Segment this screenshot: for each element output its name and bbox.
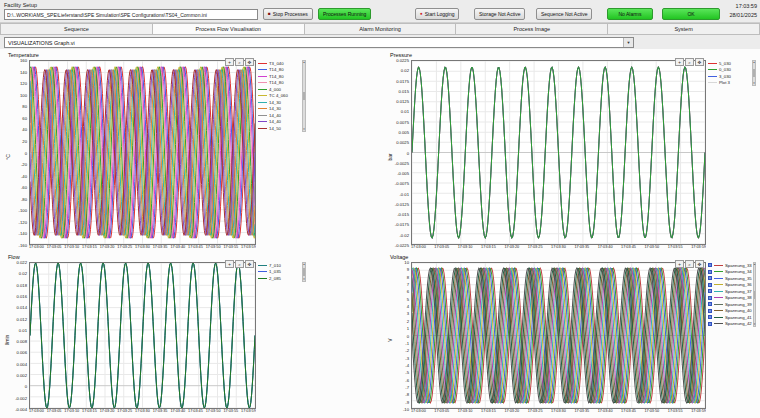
legend-item[interactable]: 14_50 xyxy=(258,125,301,132)
x-tick-label: 17:03:35 xyxy=(574,409,589,413)
plot-area[interactable] xyxy=(29,60,256,245)
visualization-dropdown[interactable]: VISUALIZATIONS Graph.vi ▼ xyxy=(4,37,634,48)
scroll-up-icon[interactable]: ▴ xyxy=(754,263,756,266)
y-tick-label: 0.0025 xyxy=(396,140,409,145)
config-path-input[interactable] xyxy=(4,9,258,20)
y-tick-label: -20 xyxy=(21,162,27,167)
scroll-thumb[interactable] xyxy=(753,69,755,77)
ok-label: OK xyxy=(687,11,694,17)
legend-scrollbar[interactable]: ▴▾ xyxy=(753,262,757,327)
scroll-down-icon[interactable]: ▾ xyxy=(754,323,756,326)
hand-icon[interactable]: ✥ xyxy=(245,260,254,268)
processes-running-indicator[interactable]: Processes Running xyxy=(318,8,371,20)
y-axis-unit-label: bar xyxy=(387,153,393,160)
plot-area[interactable] xyxy=(29,262,256,409)
legend-label: T14_80 xyxy=(269,67,284,72)
hand-icon[interactable]: ✥ xyxy=(695,58,704,66)
y-tick-label: -10 xyxy=(403,407,409,412)
legend-item[interactable]: Plot 3 xyxy=(708,80,751,87)
legend-checkbox[interactable] xyxy=(708,315,712,319)
crosshair-icon[interactable]: + xyxy=(225,260,234,268)
no-alarms-label: No Alarms xyxy=(618,11,641,17)
legend-label: 14_40 xyxy=(269,119,281,124)
visualization-selector-row: VISUALIZATIONS Graph.vi ▼ xyxy=(0,35,760,49)
plot-region: 17:03:0017:03:0517:03:1017:03:1517:03:20… xyxy=(29,262,256,418)
legend-checkbox[interactable] xyxy=(708,309,712,313)
zoom-icon[interactable]: ⌕ xyxy=(235,58,244,66)
x-tick-label: 17:03:35 xyxy=(574,245,589,249)
legend-checkbox[interactable] xyxy=(708,270,712,274)
zoom-icon[interactable]: ⌕ xyxy=(685,260,694,268)
legend-label: Spannung_39 xyxy=(725,302,752,307)
y-tick-label: -3 xyxy=(405,355,409,360)
plot-region: 17:03:0017:03:0517:03:1017:03:1517:03:20… xyxy=(29,60,256,254)
y-tick-label: -0.0125 xyxy=(395,201,409,206)
legend-item[interactable]: 2_085 xyxy=(258,275,301,282)
y-tick-label: 0.016 xyxy=(17,293,27,298)
tab-alarm-monitoring[interactable]: Alarm Monitoring xyxy=(305,23,457,35)
no-alarms-indicator[interactable]: No Alarms xyxy=(607,8,653,20)
storage-status-button[interactable]: Storage Not Active xyxy=(474,8,525,20)
scroll-down-icon[interactable]: ▾ xyxy=(753,82,755,85)
scroll-up-icon[interactable]: ▴ xyxy=(303,61,305,64)
legend-swatch xyxy=(258,115,267,116)
tab-system-label: System xyxy=(674,26,692,32)
scroll-thumb[interactable] xyxy=(754,291,756,299)
scroll-thumb[interactable] xyxy=(303,268,305,276)
y-tick-label: -0.0075 xyxy=(395,181,409,186)
stop-processes-button[interactable]: ■ Stop Processes xyxy=(263,8,313,20)
legend-swatch xyxy=(714,323,723,324)
legend-item[interactable]: Spannung_42 xyxy=(708,321,752,328)
x-tick-label: 17:03:15 xyxy=(82,245,97,249)
y-tick-label: 9 xyxy=(407,267,409,272)
legend-checkbox[interactable] xyxy=(708,283,712,287)
x-tick-label: 17:03:40 xyxy=(170,409,185,413)
scroll-up-icon[interactable]: ▴ xyxy=(303,263,305,266)
y-tick-label: 40 xyxy=(22,127,27,132)
legend: T3_040T14_80T14_80T14_804_000TC 4_06014_… xyxy=(258,60,301,132)
tab-sequence[interactable]: Sequence xyxy=(0,23,153,35)
legend-checkbox[interactable] xyxy=(708,296,712,300)
x-tick-label: 17:03:10 xyxy=(458,409,473,413)
legend-scrollbar[interactable]: ▴▾ xyxy=(302,262,306,282)
y-axis: 0.0220.020.0180.0160.0140.0120.010.0080.… xyxy=(11,262,29,409)
x-axis: 17:03:0017:03:0517:03:1017:03:1517:03:20… xyxy=(411,409,706,418)
legend-label: T3_040 xyxy=(269,61,284,66)
sequence-status-button[interactable]: Sequence Not Active xyxy=(536,8,592,20)
x-tick-label: 17:03:20 xyxy=(100,409,115,413)
x-tick-label: 17:03:40 xyxy=(598,245,613,249)
plot-area[interactable] xyxy=(411,60,706,245)
legend-checkbox[interactable] xyxy=(708,289,712,293)
legend-checkbox[interactable] xyxy=(708,302,712,306)
legend-scrollbar[interactable]: ▴▾ xyxy=(302,60,306,132)
tab-process-image[interactable]: Process Image xyxy=(456,23,608,35)
zoom-icon[interactable]: ⌕ xyxy=(685,58,694,66)
tab-process-flow-visualisation[interactable]: Process Flow Visualisation xyxy=(153,23,305,35)
legend-checkbox[interactable] xyxy=(708,263,712,267)
crosshair-icon[interactable]: + xyxy=(675,58,684,66)
y-tick-label: -100 xyxy=(19,208,27,213)
zoom-icon[interactable]: ⌕ xyxy=(235,260,244,268)
scroll-down-icon[interactable]: ▾ xyxy=(303,278,305,281)
legend-checkbox[interactable] xyxy=(708,276,712,280)
scroll-thumb[interactable] xyxy=(303,92,305,100)
chevron-down-icon[interactable]: ▼ xyxy=(623,38,633,47)
crosshair-icon[interactable]: + xyxy=(675,260,684,268)
legend-label: Plot 3 xyxy=(719,80,730,85)
x-tick-label: 17:03:15 xyxy=(481,245,496,249)
ok-indicator[interactable]: OK xyxy=(662,8,720,20)
hand-icon[interactable]: ✥ xyxy=(245,58,254,66)
plot-area[interactable] xyxy=(411,262,706,409)
hand-icon[interactable]: ✥ xyxy=(695,260,704,268)
y-axis: 160140120100806040200-20-40-60-80-100-12… xyxy=(11,60,29,245)
x-tick-label: 17:03:05 xyxy=(47,409,62,413)
legend-scrollbar[interactable]: ▴▾ xyxy=(752,60,756,86)
plot-region: 17:03:0017:03:0517:03:1017:03:1517:03:20… xyxy=(411,262,706,418)
scroll-up-icon[interactable]: ▴ xyxy=(753,61,755,64)
tab-system[interactable]: System xyxy=(608,23,760,35)
tab-process-flow-label: Process Flow Visualisation xyxy=(196,26,261,32)
start-logging-button[interactable]: ● Start Logging xyxy=(415,8,459,20)
scroll-down-icon[interactable]: ▾ xyxy=(303,128,305,131)
legend-checkbox[interactable] xyxy=(708,322,712,326)
crosshair-icon[interactable]: + xyxy=(225,58,234,66)
